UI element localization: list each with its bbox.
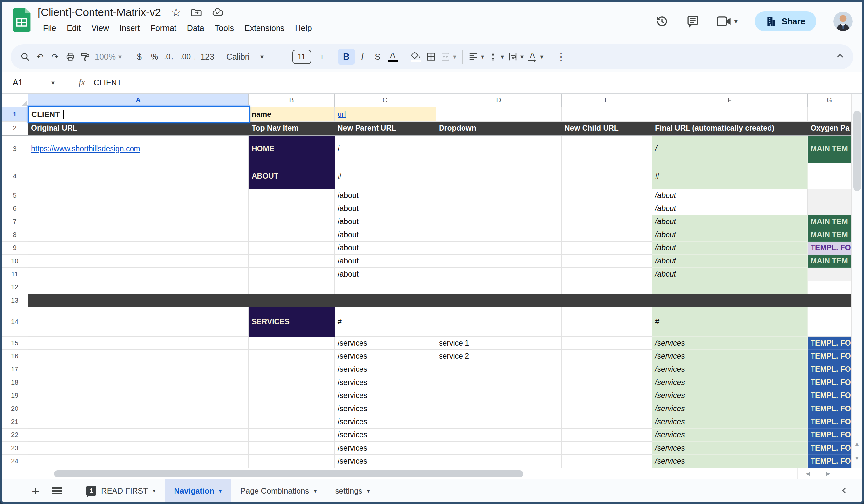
cloud-saved-icon[interactable] <box>212 6 224 19</box>
cell-C16[interactable]: /services <box>335 350 436 363</box>
cell-F22[interactable]: /services <box>652 429 807 442</box>
cell-A13[interactable] <box>28 294 249 307</box>
menu-view[interactable]: View <box>86 21 114 35</box>
cell-G1[interactable] <box>807 107 851 122</box>
meet-caret-icon[interactable]: ▾ <box>734 17 738 25</box>
strikethrough-button[interactable]: S <box>370 49 385 65</box>
cell-C15[interactable]: /services <box>335 337 436 350</box>
cell-D12[interactable] <box>436 281 562 294</box>
cell-C20[interactable]: /services <box>335 402 436 416</box>
cell-E1[interactable] <box>562 107 652 122</box>
more-toolbar-options-button[interactable]: ⋮ <box>553 49 568 65</box>
cell-C18[interactable]: /services <box>335 376 436 389</box>
cell-B3[interactable]: HOME <box>249 135 335 163</box>
cell-A6[interactable] <box>28 202 249 215</box>
cell-D13[interactable] <box>436 294 562 307</box>
cell-C14[interactable]: # <box>335 307 436 337</box>
cell-D9[interactable] <box>436 241 562 255</box>
cell-F20[interactable]: /services <box>652 402 807 416</box>
cell-F24[interactable]: /services <box>652 455 807 468</box>
name-box[interactable]: A1 <box>13 78 49 87</box>
row-header-16[interactable]: 16 <box>2 350 28 363</box>
cell-G13[interactable] <box>807 294 851 307</box>
cell-D6[interactable] <box>436 202 562 215</box>
cell-E3[interactable] <box>562 135 652 163</box>
cell-F6[interactable]: /about <box>652 202 807 215</box>
cell-D8[interactable] <box>436 228 562 241</box>
format-currency-button[interactable]: $ <box>132 49 147 65</box>
menu-insert[interactable]: Insert <box>114 21 145 35</box>
format-percent-button[interactable]: % <box>147 49 162 65</box>
cell-G17[interactable]: TEMPL. FO <box>807 363 851 376</box>
column-header-C[interactable]: C <box>335 94 436 107</box>
redo-icon[interactable]: ↷ <box>48 49 63 65</box>
cell-C8[interactable]: /about <box>335 228 436 241</box>
cell-E21[interactable] <box>562 416 652 429</box>
cell-G10[interactable]: MAIN TEM <box>807 255 851 268</box>
row-header-19[interactable]: 19 <box>2 389 28 402</box>
vertical-scrollbar-thumb[interactable] <box>853 111 861 191</box>
add-sheet-button[interactable]: + <box>32 484 39 497</box>
cell-B4[interactable]: ABOUT <box>249 163 335 189</box>
cell-C2[interactable]: New Parent URL <box>335 122 436 135</box>
decrease-font-size-button[interactable]: − <box>274 49 289 65</box>
cell-A5[interactable] <box>28 189 249 202</box>
row-header-10[interactable]: 10 <box>2 255 28 268</box>
fill-color-button[interactable] <box>408 49 423 65</box>
cell-F7[interactable]: /about <box>652 215 807 228</box>
row-header-22[interactable]: 22 <box>2 429 28 442</box>
cell-B11[interactable] <box>249 268 335 281</box>
cell-E2[interactable]: New Child URL <box>562 122 652 135</box>
cell-F15[interactable]: /services <box>652 337 807 350</box>
cell-F3[interactable]: / <box>652 135 807 163</box>
cell-A7[interactable] <box>28 215 249 228</box>
font-size-input[interactable]: 11 <box>292 50 311 64</box>
cell-B22[interactable] <box>249 429 335 442</box>
column-header-E[interactable]: E <box>562 94 652 107</box>
cell-E8[interactable] <box>562 228 652 241</box>
increase-font-size-button[interactable]: + <box>314 49 330 65</box>
cell-A16[interactable] <box>28 350 249 363</box>
cell-A23[interactable] <box>28 442 249 455</box>
borders-button[interactable] <box>423 49 439 65</box>
cell-E16[interactable] <box>562 350 652 363</box>
tab-caret-icon[interactable]: ▾ <box>219 487 222 494</box>
cell-A19[interactable] <box>28 389 249 402</box>
cell-G11[interactable] <box>807 268 851 281</box>
cell-G20[interactable]: TEMPL. FO <box>807 402 851 416</box>
cell-C13[interactable] <box>335 294 436 307</box>
cell-B20[interactable] <box>249 402 335 416</box>
cell-C23[interactable]: /services <box>335 442 436 455</box>
cell-F9[interactable]: /about <box>652 241 807 255</box>
italic-button[interactable]: I <box>355 49 370 65</box>
tab-caret-icon[interactable]: ▾ <box>367 487 370 494</box>
cell-A3[interactable]: https://www.shorthillsdesign.com <box>28 135 249 163</box>
text-rotation-button[interactable]: A ▾ <box>526 49 545 65</box>
cell-E9[interactable] <box>562 241 652 255</box>
cell-C21[interactable]: /services <box>335 416 436 429</box>
cell-F17[interactable]: /services <box>652 363 807 376</box>
cell-C22[interactable]: /services <box>335 429 436 442</box>
cell-D1[interactable] <box>436 107 562 122</box>
undo-icon[interactable]: ↶ <box>33 49 48 65</box>
cell-C3[interactable]: / <box>335 135 436 163</box>
cell-G12[interactable] <box>807 281 851 294</box>
cell-B14[interactable]: SERVICES <box>249 307 335 337</box>
search-icon[interactable] <box>17 49 33 65</box>
vertical-scrollbar[interactable]: ▲ ▼ <box>851 94 862 468</box>
row-header-24[interactable]: 24 <box>2 455 28 468</box>
cell-F12[interactable] <box>652 281 807 294</box>
cell-E4[interactable] <box>562 163 652 189</box>
cell-G23[interactable]: TEMPL. FO <box>807 442 851 455</box>
menu-format[interactable]: Format <box>145 21 182 35</box>
document-title[interactable]: [Client]-Content-Matrix-v2 <box>38 6 161 19</box>
menu-tools[interactable]: Tools <box>209 21 239 35</box>
increase-decimal-button[interactable]: .00→ <box>178 49 199 65</box>
cell-E11[interactable] <box>562 268 652 281</box>
cell-C7[interactable]: /about <box>335 215 436 228</box>
print-icon[interactable] <box>63 49 78 65</box>
cell-D14[interactable] <box>436 307 562 337</box>
cell-G8[interactable]: MAIN TEM <box>807 228 851 241</box>
cell-B12[interactable] <box>249 281 335 294</box>
sheet-tab-read-first[interactable]: 1 READ FIRST ▾ <box>77 479 165 502</box>
